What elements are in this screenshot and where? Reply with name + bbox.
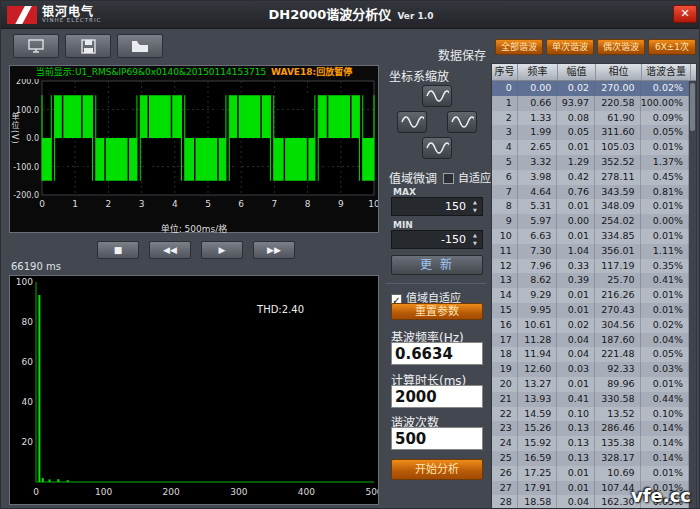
table-row[interactable]: 2415.920.13135.380.14% [492, 436, 689, 451]
table-row[interactable]: 106.630.01334.850.01% [492, 229, 689, 244]
table-row[interactable]: 53.321.29352.521.37% [492, 155, 689, 170]
wave-block [229, 95, 270, 138]
table-cell: 16.59 [518, 451, 558, 466]
table-cell: 12.60 [518, 362, 558, 377]
table-cell: 3.32 [518, 155, 558, 170]
table-cell: 22 [492, 407, 518, 422]
table-row[interactable]: 2113.930.41330.580.44% [492, 392, 689, 407]
table-row[interactable]: 85.310.01348.090.01% [492, 199, 689, 214]
update-button[interactable]: 更 新 [391, 255, 483, 275]
filter-even-harmonics-button[interactable]: 偶次谐波 [597, 39, 645, 55]
table-row[interactable]: 2013.270.0189.960.01% [492, 377, 689, 392]
table-row[interactable]: 63.980.42278.110.45% [492, 170, 689, 185]
table-row[interactable]: 117.301.04356.011.11% [492, 244, 689, 259]
table-row[interactable]: 00.000.02270.000.02% [492, 81, 689, 96]
table-row[interactable]: 149.290.01216.260.01% [492, 288, 689, 303]
table-row[interactable]: 138.620.3925.700.41% [492, 273, 689, 288]
stop-button[interactable]: ■ [97, 241, 139, 259]
axis-zoom-title: 坐标系缩放 [389, 67, 449, 84]
duration-input[interactable] [391, 385, 483, 408]
min-value-field[interactable]: -150 ▲▼ [391, 230, 483, 249]
table-cell: 10.69 [595, 466, 641, 481]
close-button[interactable]: ✕ [673, 5, 697, 23]
zoom-up-button[interactable] [422, 85, 452, 107]
version-label: Ver 1.0 [397, 11, 433, 21]
col-header-content[interactable]: 谐波含量 [642, 64, 691, 80]
elapsed-time-label: 66190 ms [11, 261, 61, 272]
table-cell: 11.94 [518, 347, 558, 362]
table-row[interactable]: 74.640.76343.590.81% [492, 185, 689, 200]
table-cell: 278.11 [595, 170, 641, 185]
play-button[interactable]: ▶ [201, 241, 243, 259]
table-cell: 0 [492, 81, 518, 96]
zoom-right-button[interactable] [447, 111, 477, 133]
table-row[interactable]: 1811.940.04221.480.05% [492, 347, 689, 362]
table-cell: 0.33 [557, 259, 595, 274]
table-row[interactable]: 127.960.33117.190.35% [492, 259, 689, 274]
table-row[interactable]: 2516.590.13328.170.14% [492, 451, 689, 466]
reset-params-button[interactable]: 重置参数 [391, 303, 483, 320]
table-row[interactable]: 21.330.0861.900.09% [492, 111, 689, 126]
open-folder-button[interactable] [117, 34, 163, 58]
auto-adapt-checkbox[interactable]: 自适应 [443, 169, 491, 185]
filter-single-harmonic-button[interactable]: 单次谐波 [546, 39, 594, 55]
sine-wave-icon [400, 115, 424, 129]
table-cell: 0.01% [641, 140, 689, 155]
table-row[interactable]: 1711.280.04187.600.04% [492, 333, 689, 348]
col-header-amp[interactable]: 幅值 [558, 64, 596, 80]
thd-value-label: THD:2.40 [257, 304, 304, 315]
table-cell: 13.93 [518, 392, 558, 407]
table-row[interactable]: 95.970.00254.020.00% [492, 214, 689, 229]
fundamental-freq-input[interactable] [391, 342, 483, 365]
table-cell: 0.10 [557, 407, 595, 422]
zoom-left-button[interactable] [397, 111, 427, 133]
max-spinner[interactable]: ▲▼ [470, 198, 480, 215]
table-row[interactable]: 2315.260.13286.460.14% [492, 421, 689, 436]
col-header-freq[interactable]: 频率 [518, 64, 558, 80]
table-cell: 0.13 [557, 451, 595, 466]
rewind-button[interactable]: ◀◀ [149, 241, 191, 259]
save-button[interactable] [65, 34, 111, 58]
table-cell: 14 [492, 288, 518, 303]
range-tune-title: 值域微调 [389, 169, 437, 186]
max-value-field[interactable]: 150 ▲▼ [391, 197, 483, 216]
table-row[interactable]: 1912.600.0392.330.03% [492, 362, 689, 377]
table-row[interactable]: 31.990.05311.600.05% [492, 125, 689, 140]
scrollbar-thumb[interactable] [690, 83, 695, 131]
table-cell: 0.01% [641, 303, 689, 318]
forward-button[interactable]: ▶▶ [253, 241, 295, 259]
wave-block [42, 138, 51, 181]
table-cell: 13.52 [595, 407, 641, 422]
harmonic-count-input[interactable] [391, 427, 483, 450]
table-row[interactable]: 2617.250.0110.690.01% [492, 466, 689, 481]
table-cell: 0.01% [641, 288, 689, 303]
filter-all-harmonics-button[interactable]: 全部谐波 [495, 39, 543, 55]
watermark: vfe.cc [631, 485, 691, 506]
wave-block [363, 138, 374, 181]
col-header-seq[interactable]: 序号 [492, 64, 518, 80]
sine-wave-icon [425, 89, 449, 103]
auto-adapt-label: 自适应 [458, 172, 491, 185]
table-row[interactable]: 159.950.01270.430.01% [492, 303, 689, 318]
spinner-up-icon[interactable]: ▲ [473, 232, 477, 238]
table-row[interactable]: 42.650.01105.030.01% [492, 140, 689, 155]
spinner-down-icon[interactable]: ▼ [473, 240, 477, 246]
table-cell: 0.03 [557, 362, 595, 377]
table-cell: 0.76 [557, 185, 595, 200]
table-scrollbar[interactable] [689, 81, 696, 509]
table-cell: 0.01 [557, 377, 595, 392]
table-cell: 356.01 [595, 244, 641, 259]
spinner-down-icon[interactable]: ▼ [473, 207, 477, 213]
table-row[interactable]: 2214.590.1013.520.10% [492, 407, 689, 422]
zoom-down-button[interactable] [422, 137, 452, 159]
min-spinner[interactable]: ▲▼ [470, 231, 480, 248]
table-row[interactable]: 10.6693.97220.58100.00% [492, 96, 689, 111]
col-header-phase[interactable]: 相位 [596, 64, 642, 80]
table-cell: 1 [492, 96, 518, 111]
filter-6x1-button[interactable]: 6X±1次 [648, 39, 696, 55]
monitor-button[interactable] [13, 34, 59, 58]
table-row[interactable]: 1610.610.02304.560.02% [492, 318, 689, 333]
spinner-up-icon[interactable]: ▲ [473, 199, 477, 205]
table-cell: 89.96 [595, 377, 641, 392]
start-analysis-button[interactable]: 开始分析 [391, 459, 483, 480]
